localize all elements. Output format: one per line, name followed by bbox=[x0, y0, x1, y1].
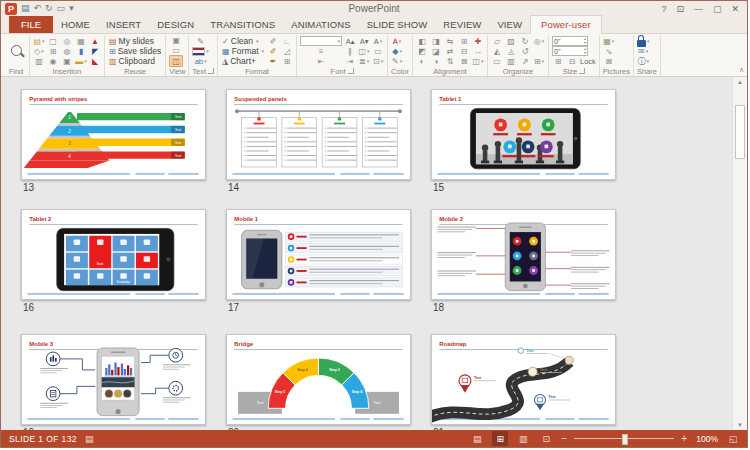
slide-thumbnail-21[interactable]: RoadmapTextTextTextText bbox=[431, 334, 616, 425]
tab-file[interactable]: FILE bbox=[9, 16, 53, 33]
redo-icon[interactable]: ↻ bbox=[45, 2, 53, 15]
indent-right-icon[interactable]: ⇥ bbox=[344, 56, 356, 66]
lock-label[interactable]: Lock bbox=[580, 56, 596, 66]
spinner-arrows[interactable]: ▴▾ bbox=[584, 47, 586, 55]
scroll-up-arrow[interactable]: ▲ bbox=[733, 79, 747, 85]
view-normal-icon[interactable]: ▣ bbox=[169, 36, 183, 46]
zoom-slider[interactable] bbox=[574, 431, 674, 446]
slideshow-button[interactable]: ⊡ bbox=[538, 431, 554, 446]
distribute-horizontal-icon[interactable]: ⊞ bbox=[458, 36, 470, 46]
slide-thumbnail-15[interactable]: Tablet 1 bbox=[431, 89, 616, 180]
dialog-launcher-icon[interactable] bbox=[208, 68, 214, 74]
collapse-ribbon-chevron[interactable]: ∧ bbox=[739, 66, 744, 74]
fit-slide-button[interactable]: ◱ bbox=[725, 431, 741, 446]
close-button[interactable]: ✕ bbox=[731, 4, 739, 14]
copy-format-icon[interactable]: ⊞ bbox=[281, 56, 293, 66]
protect-lock-icon[interactable]: ▾ bbox=[637, 36, 650, 46]
indent-left-icon[interactable]: ⇤ bbox=[300, 56, 342, 66]
group-icon[interactable]: ▭ bbox=[491, 56, 503, 66]
outline-color-icon[interactable]: ✎▾ bbox=[391, 56, 403, 66]
zoom-in-button[interactable]: + bbox=[681, 433, 687, 444]
crop-icon[interactable]: ⊠ bbox=[603, 56, 615, 66]
resize-icon[interactable]: ⇗ bbox=[519, 56, 531, 66]
insert-grid-icon[interactable]: ⊞ bbox=[47, 46, 59, 56]
rotate-icon[interactable]: ↻ bbox=[519, 36, 531, 46]
slide-sorter-button[interactable]: ⊞ bbox=[492, 431, 508, 446]
rotate-left-icon[interactable]: ◭ bbox=[491, 46, 503, 56]
distribute-grid-icon[interactable]: ⊠ bbox=[458, 56, 470, 66]
save-slides-button[interactable]: ⊞Save slides bbox=[108, 46, 162, 56]
format-painter-icon[interactable]: ✐ bbox=[267, 36, 279, 46]
insert-shape-icon[interactable]: ◇▾ bbox=[33, 46, 45, 56]
send-backward-icon[interactable]: ▨ bbox=[505, 36, 517, 46]
send-mail-icon[interactable]: ✉▾ bbox=[637, 46, 650, 56]
slide-thumbnail-14[interactable]: Suspended panels bbox=[226, 89, 411, 180]
shrink-font-icon[interactable]: A▾ bbox=[358, 36, 370, 46]
scrollbar-thumb[interactable] bbox=[735, 105, 745, 159]
font-name-select[interactable]: ▾ bbox=[300, 36, 342, 46]
tab-view[interactable]: VIEW bbox=[489, 16, 530, 33]
center-on-slide-icon[interactable]: ✚ bbox=[472, 36, 484, 46]
info-icon[interactable]: ⓘ▾ bbox=[637, 56, 650, 66]
columns-icon[interactable]: ∥ bbox=[344, 46, 356, 56]
swap-icon[interactable]: ⇄ bbox=[444, 46, 456, 56]
qat-customize-icon[interactable]: ▾ bbox=[69, 2, 74, 15]
case-icon[interactable]: ab▾ bbox=[192, 56, 209, 66]
edit-text-icon[interactable]: ✎ bbox=[192, 36, 209, 46]
align-bottom-icon[interactable]: ◐ bbox=[416, 56, 428, 66]
dialog-launcher-icon[interactable] bbox=[579, 68, 585, 74]
unlock-aspect-icon[interactable]: ⊟ bbox=[566, 56, 578, 66]
language-flag-icon[interactable]: ▾ bbox=[192, 46, 209, 56]
powerpoint-logo[interactable]: P bbox=[5, 3, 17, 15]
vertical-scrollbar[interactable]: ▲ ▼ bbox=[732, 77, 747, 430]
scroll-down-arrow[interactable]: ▼ bbox=[733, 422, 747, 428]
align-top-icon[interactable]: ◩ bbox=[416, 46, 428, 56]
minimize-button[interactable]: — bbox=[694, 4, 703, 14]
fill-color-icon[interactable]: ◆▾ bbox=[391, 46, 403, 56]
picture-icon[interactable]: ▦▾ bbox=[603, 36, 615, 46]
slide-thumbnail-16[interactable]: Tablet 2BankKnowledge bbox=[21, 209, 206, 300]
view-grid-icon[interactable]: ▭ bbox=[169, 46, 183, 56]
height-spinner[interactable]: 0"▴▾ bbox=[552, 36, 588, 46]
restore-button[interactable]: ▢ bbox=[713, 4, 722, 14]
tab-power-user[interactable]: Power-user bbox=[530, 15, 602, 34]
lock-aspect-icon[interactable]: ⊞ bbox=[552, 56, 564, 66]
start-presentation-icon[interactable]: ▭ bbox=[57, 2, 66, 15]
placeholder-box-icon[interactable]: ▭ bbox=[372, 46, 384, 56]
arrange-icon[interactable]: ⊞▾ bbox=[533, 56, 545, 66]
insert-anchor-icon[interactable]: ◎ bbox=[61, 36, 73, 46]
reading-view-button[interactable]: ▥ bbox=[515, 431, 531, 446]
zoom-percentage[interactable]: 100% bbox=[694, 434, 718, 444]
grow-font-icon[interactable]: A▴ bbox=[344, 36, 356, 46]
insert-flag-icon[interactable]: ◤ bbox=[89, 46, 101, 56]
insert-arrow-icon[interactable]: ◣ bbox=[89, 56, 101, 66]
help-button[interactable]: ? bbox=[661, 4, 666, 14]
insert-placeholder-icon[interactable]: ▥ bbox=[33, 56, 45, 66]
align-center-icon[interactable]: ◑ bbox=[430, 56, 442, 66]
tab-slide-show[interactable]: SLIDE SHOW bbox=[359, 16, 436, 33]
insert-chart-icon[interactable]: ▮ bbox=[75, 46, 87, 56]
eyedropper-icon[interactable]: ✐ bbox=[267, 46, 279, 56]
angle-icon[interactable]: ∟ bbox=[281, 36, 293, 46]
insert-table-icon[interactable]: ▦ bbox=[75, 36, 87, 46]
chart-plus-button[interactable]: ◮Chart+ bbox=[221, 56, 265, 66]
width-spinner[interactable]: 0"▴▾ bbox=[552, 46, 588, 56]
my-slides-button[interactable]: ▤My slides bbox=[108, 36, 162, 46]
spinner-arrows[interactable]: ▴▾ bbox=[584, 37, 586, 45]
insert-frame-icon[interactable]: ▣ bbox=[61, 56, 73, 66]
format-button[interactable]: ▦Format▾ bbox=[221, 46, 265, 56]
clipboard-button[interactable]: ▥Clipboard bbox=[108, 56, 162, 66]
tab-home[interactable]: HOME bbox=[53, 16, 98, 33]
slide-thumbnail-20[interactable]: BridgeTextTextStep 1Step 2Step 3Step 4 bbox=[226, 334, 411, 425]
ribbon-options-button[interactable]: ⊡ bbox=[676, 4, 684, 14]
insert-pyramid-icon[interactable]: ▲ bbox=[89, 36, 101, 46]
stretch-icon[interactable]: ↔ bbox=[472, 46, 484, 56]
clean-button[interactable]: ✓Clean▾ bbox=[221, 36, 265, 46]
search-icon[interactable] bbox=[6, 36, 26, 64]
golden-canon-icon[interactable]: ◫▾ bbox=[472, 56, 484, 66]
align-lines-icon[interactable]: ≡ bbox=[300, 46, 342, 56]
swap-horizontal-icon[interactable]: ⇆ bbox=[444, 36, 456, 46]
save-icon[interactable]: ▤ bbox=[21, 2, 30, 15]
distribute-vertical-icon[interactable]: ⊟ bbox=[458, 46, 470, 56]
insert-stamp-icon[interactable]: ◉ bbox=[47, 56, 59, 66]
